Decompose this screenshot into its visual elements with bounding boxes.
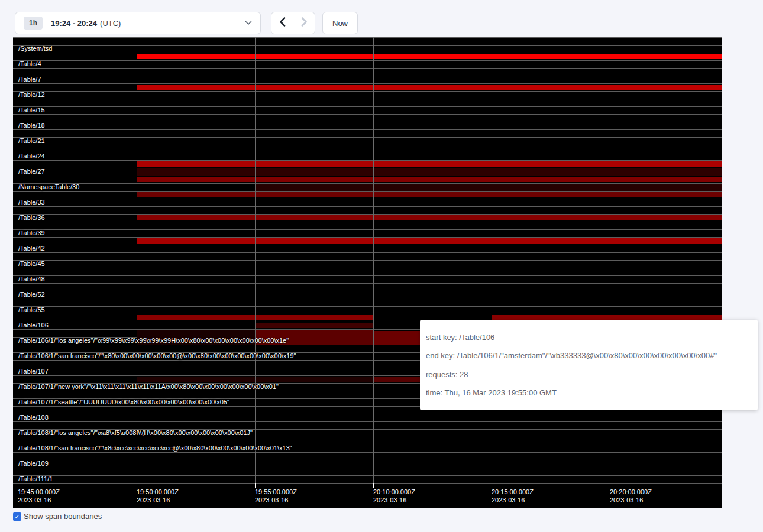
tooltip-line: time: Thu, 16 Mar 2023 19:55:00 GMT [426, 388, 752, 397]
key-span-label: /Table/48 [18, 275, 45, 283]
axis-tick [373, 483, 374, 488]
key-span-label: /Table/24 [18, 153, 45, 160]
checkbox-checked[interactable]: ✓ [13, 512, 21, 521]
duration-badge: 1h [24, 17, 43, 30]
axis-tick [492, 483, 492, 488]
key-span-label: /Table/4 [18, 60, 41, 68]
heat-band [137, 161, 722, 167]
key-span-label: /Table/45 [18, 260, 45, 268]
key-span-label: /Table/27 [18, 168, 45, 176]
axis-tick [18, 483, 18, 488]
key-visualizer-canvas[interactable]: /System/tsd/Table/4/Table/7/Table/12/Tab… [13, 37, 722, 508]
heat-band [137, 168, 722, 176]
heat-band [137, 192, 722, 197]
chevron-right-icon [301, 17, 308, 29]
time-nav-group [271, 12, 315, 34]
key-span-label: /Table/12 [18, 91, 45, 99]
span-boundaries-toggle[interactable]: ✓ Show span boundaries [13, 512, 102, 521]
key-span-label: /Table/109 [18, 460, 49, 468]
checkmark-icon: ✓ [14, 513, 20, 520]
time-column-line [610, 37, 610, 484]
time-range-dropdown[interactable]: 1h 19:24 - 20:24 (UTC) [15, 12, 261, 34]
key-span-label: /System/tsd [18, 45, 52, 53]
heat-band [137, 238, 722, 244]
key-span-label: /Table/21 [18, 137, 45, 145]
axis-time-label: 19:50:00.000Z [137, 488, 179, 495]
key-span-label: /Table/108/1/"san francisco"/"\x8c\xcc\x… [18, 445, 292, 452]
axis-date-label: 2023-03-16 [492, 497, 525, 504]
key-span-label: /Table/36 [18, 214, 45, 222]
key-span-label: /Table/107/1/"seattle"/"UUUUUUD\x00\x80\… [18, 398, 229, 406]
heat-band [255, 184, 722, 191]
chevron-down-icon [245, 21, 252, 25]
time-column-line [255, 37, 256, 484]
axis-tick [610, 483, 610, 488]
heat-band [255, 323, 373, 328]
key-span-label: /Table/55 [18, 306, 45, 314]
axis-time-label: 20:10:00.000Z [373, 488, 415, 495]
axis-date-label: 2023-03-16 [18, 497, 51, 504]
axis-tick [137, 483, 137, 488]
key-span-label: /Table/39 [18, 229, 45, 237]
heat-band [137, 215, 722, 220]
axis-tick [255, 483, 256, 488]
heat-band [137, 177, 722, 182]
prev-time-button[interactable] [271, 12, 293, 34]
time-column-line [137, 37, 137, 484]
key-span-label: /Table/106/1/"san francisco"/"\x80\x00\x… [18, 352, 296, 360]
key-span-label: /Table/7 [18, 76, 41, 83]
key-span-label: /Table/15 [18, 106, 45, 114]
heat-band [137, 54, 722, 59]
tooltip-line: end key: /Table/106/1/"amsterdam"/"\xb33… [426, 351, 752, 360]
now-button-label: Now [332, 19, 348, 28]
key-span-label: /Table/52 [18, 291, 45, 299]
key-span-label: /Table/108 [18, 414, 49, 421]
span-boundary-lines [13, 37, 722, 484]
axis-date-label: 2023-03-16 [610, 497, 643, 504]
key-span-label: /Table/111/1 [18, 475, 53, 483]
key-span-label: /Table/107 [18, 368, 49, 375]
timezone-label: (UTC) [100, 19, 121, 28]
key-span-label: /Table/106/1/"los angeles"/"\x99\x99\x99… [18, 337, 289, 345]
heat-band [373, 377, 426, 382]
chart-right-border [722, 37, 722, 484]
key-span-label: /Table/106 [18, 322, 49, 329]
checkbox-label: Show span boundaries [24, 512, 102, 521]
heat-band [137, 85, 722, 90]
next-time-button[interactable] [293, 12, 315, 34]
axis-date-label: 2023-03-16 [373, 497, 406, 504]
key-span-label: /Table/42 [18, 245, 45, 252]
axis-time-label: 20:20:00.000Z [610, 488, 652, 495]
now-button[interactable]: Now [322, 12, 358, 34]
axis-date-label: 2023-03-16 [255, 497, 288, 504]
axis-date-label: 2023-03-16 [137, 497, 170, 504]
tooltip-line: start key: /Table/106 [426, 333, 752, 342]
time-column-line [492, 37, 492, 484]
chevron-left-icon [279, 17, 286, 29]
key-span-label: /NamespaceTable/30 [18, 183, 79, 191]
axis-time-label: 20:15:00.000Z [492, 488, 534, 495]
bucket-tooltip: start key: /Table/106end key: /Table/106… [420, 320, 758, 410]
key-span-label: /Table/108/1/"los angeles"/"\xa8\xf5\u00… [18, 429, 253, 437]
time-range-label: 19:24 - 20:24 [51, 19, 97, 28]
time-column-line [373, 37, 374, 484]
key-span-label: /Table/107/1/"new york"/"\x11\x11\x11\x1… [18, 383, 279, 391]
key-span-label: /Table/18 [18, 122, 45, 129]
axis-time-label: 19:55:00.000Z [255, 488, 297, 495]
axis-time-label: 19:45:00.000Z [18, 488, 60, 495]
key-span-label: /Table/33 [18, 199, 45, 206]
tooltip-line: requests: 28 [426, 370, 752, 379]
